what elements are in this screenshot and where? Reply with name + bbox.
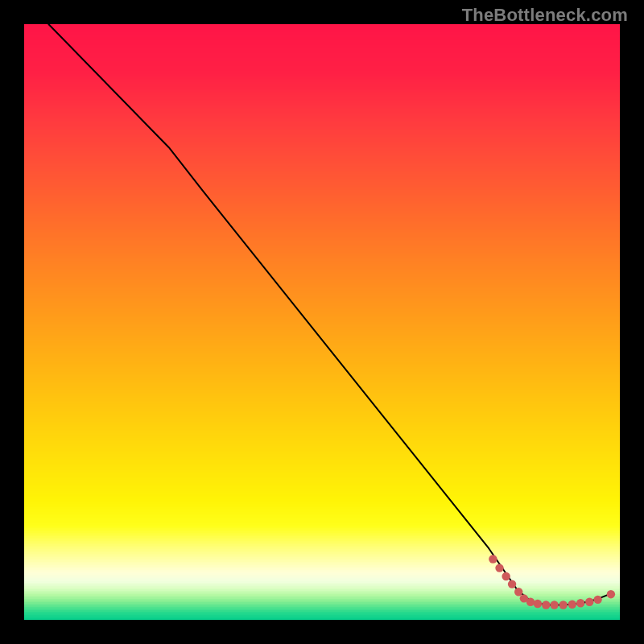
chart-stage: TheBottleneck.com (0, 0, 644, 644)
heat-gradient (24, 24, 620, 620)
plot-area (24, 24, 620, 620)
watermark-text: TheBottleneck.com (462, 5, 628, 26)
